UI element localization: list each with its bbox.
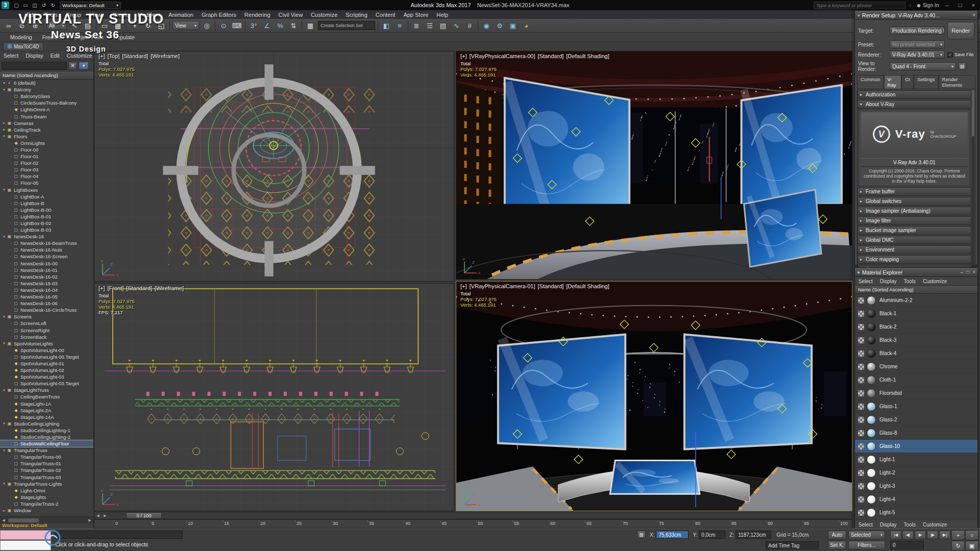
material-row[interactable]: Floorsdsd <box>855 387 977 400</box>
camera00-canvas[interactable] <box>456 52 852 279</box>
tree-item[interactable]: ▾▣StudioCeilingLighting <box>0 420 93 427</box>
selection-set-dropdown[interactable]: Selected▾ <box>848 531 885 539</box>
save-file-icon[interactable]: ◫ <box>30 1 39 9</box>
close-icon[interactable]: × <box>972 12 975 18</box>
orbit-icon[interactable]: ↻ <box>951 541 965 551</box>
minimize-icon[interactable]: – <box>940 0 953 10</box>
tree-item[interactable]: ·▢Floor-01 <box>0 153 93 160</box>
tree-item[interactable]: ·▢Floor-00 <box>0 146 93 153</box>
material-bottom-menu-customize[interactable]: Customize <box>919 520 950 529</box>
go-to-end-icon[interactable]: ▶| <box>939 531 950 539</box>
render-tab-settings[interactable]: Settings <box>914 75 938 89</box>
tree-item[interactable]: ▾▣Balcony <box>0 86 93 93</box>
preset-dropdown[interactable]: No preset selected▾ <box>890 40 945 48</box>
viewport-shading-menu[interactable]: [Wireframe] <box>155 285 184 291</box>
ribbon-tab-freeform[interactable]: Freeform <box>37 33 69 41</box>
search-icon[interactable]: ◌ <box>905 1 915 9</box>
restore-icon[interactable]: □ <box>966 269 969 275</box>
tree-item[interactable]: ·▢TriangularTruss-2 <box>0 500 93 507</box>
unlink-selection-icon[interactable]: ⊘ <box>16 20 28 32</box>
tree-item[interactable]: ·▢CeilingBeamTruss <box>0 393 93 400</box>
maximize-viewport-icon[interactable]: ▣ <box>965 541 978 551</box>
menu-content[interactable]: Content <box>372 10 400 19</box>
material-row[interactable]: Black-4 <box>855 347 977 360</box>
tree-item[interactable]: ·▢NewsDesk-16-04 <box>0 287 93 293</box>
auto-key-button[interactable]: Auto <box>828 531 846 539</box>
rollout-image-filter[interactable]: ▸Image filter <box>857 216 971 225</box>
explorer-menu-customize[interactable]: Customize <box>63 51 96 60</box>
tree-item[interactable]: ▾▣TriangularTruss <box>0 447 93 454</box>
tree-item[interactable]: ·◆StageLight-2A <box>0 407 93 414</box>
workspace-dropdown[interactable]: Workspace: Default ▾ <box>60 2 121 9</box>
tree-item[interactable]: ·▢ScreensRight <box>0 327 93 333</box>
zoom-icon[interactable]: ○ <box>965 530 978 540</box>
collapse-arrow-icon[interactable]: ▾ <box>2 388 7 392</box>
select-and-link-icon[interactable]: ∞ <box>3 20 15 32</box>
time-slider[interactable]: ◀ ▶ 0 / 100 <box>94 512 852 519</box>
ribbon-tab-object-paint[interactable]: Object Paint <box>69 33 108 41</box>
named-selection-set-field[interactable]: Create Selection Set <box>318 21 375 30</box>
material-row[interactable]: Light-4 <box>855 493 977 506</box>
material-row[interactable]: Aluminium-2-2 <box>855 294 977 307</box>
render-production-icon[interactable]: ◕ <box>520 20 532 32</box>
scroll-right-icon[interactable]: ▶ <box>86 517 93 523</box>
tree-item[interactable]: ·◆StageLights <box>0 494 93 500</box>
tree-item[interactable]: ▾▣StageLightTruss <box>0 387 93 393</box>
collapse-arrow-icon[interactable]: ▾ <box>2 315 7 319</box>
menu-create[interactable]: Create <box>108 10 133 19</box>
rollout-bucket-image-sampler[interactable]: ▸Bucket image sampler <box>857 226 971 235</box>
render-tab-gi[interactable]: GI <box>901 75 914 89</box>
tree-item[interactable]: ·▢SpotVolumeLight-00.Target <box>0 354 93 360</box>
search-input[interactable] <box>814 2 905 9</box>
use-pivot-center-icon[interactable]: ◎ <box>201 20 213 32</box>
graphite-ribbon-icon[interactable]: ▤ <box>437 20 449 32</box>
tree-item[interactable]: ·▢Floor-05 <box>0 180 93 186</box>
mirror-icon[interactable]: ◧ <box>380 20 393 32</box>
render-setup-titlebar[interactable]: ◕ Render Setup: V-Ray Adv 3.40... × <box>855 11 977 20</box>
explorer-menu-display[interactable]: Display <box>22 51 46 60</box>
tree-item[interactable]: ·▢NewsDesk-16-CircleTruss <box>0 307 93 313</box>
viewport-menu-button[interactable]: [+] <box>460 53 467 59</box>
render-tab-common[interactable]: Common <box>857 75 884 89</box>
collapse-arrow-icon[interactable]: ▾ <box>2 448 7 453</box>
maxscript-mini-listener-pink[interactable] <box>0 530 51 540</box>
front-viewport-canvas[interactable] <box>94 284 454 511</box>
previous-key-icon[interactable]: ◀ <box>94 513 102 519</box>
viewport-style-menu[interactable]: [Standard] <box>538 283 564 289</box>
material-row[interactable]: Light-2 <box>855 466 977 480</box>
new-file-icon[interactable]: ▢ <box>12 1 21 9</box>
menu-modifiers[interactable]: Modifiers <box>133 10 164 19</box>
select-and-rotate-icon[interactable]: ↻ <box>142 20 154 32</box>
tree-item[interactable]: ·▢CircleSuareTruss-Balcony <box>0 99 93 106</box>
tree-item[interactable]: ▾▣TriangularTruss-Lights <box>0 481 93 487</box>
reference-coordinate-dropdown[interactable]: View▾ <box>173 21 199 30</box>
tree-item[interactable]: ·▢StudioWallCeilingFloor <box>0 440 93 447</box>
material-column-header[interactable]: Name (Sorted Ascending) <box>855 286 977 294</box>
viewport-style-menu[interactable]: [Standard] <box>538 53 564 59</box>
tree-item[interactable]: ▾▣NewsDesk-16 <box>0 233 93 240</box>
tree-item[interactable]: ·▢NewsDesk-16-Nuts <box>0 246 93 253</box>
material-row[interactable]: Light-5 <box>855 506 977 519</box>
viewport-camera-00[interactable]: [+][VRayPhysicalCamera-00][Standard][Def… <box>456 51 852 280</box>
viewport-shading-menu[interactable]: [Default Shading] <box>566 53 609 59</box>
material-menu-tools[interactable]: Tools <box>900 277 919 285</box>
next-frame-icon[interactable]: |▶ <box>927 531 938 539</box>
menu-app-store[interactable]: App Store <box>399 10 432 19</box>
tree-item[interactable]: ▾▣LightBoxes <box>0 187 93 193</box>
tree-item[interactable]: ·▢LightBox-B <box>0 200 93 207</box>
viewport-menu-button[interactable]: [+] <box>460 283 467 289</box>
y-coordinate-field[interactable]: 0,0cm <box>699 531 725 539</box>
tree-item[interactable]: ·▢Floor-04 <box>0 173 93 180</box>
schematic-view-icon[interactable]: # <box>463 20 476 32</box>
menu-graph-editors[interactable]: Graph Editors <box>198 10 240 19</box>
menu-tools[interactable]: Tools <box>40 10 62 19</box>
rollout-frame-buffer[interactable]: ▸Frame buffer <box>857 187 971 196</box>
z-coordinate-field[interactable]: 1187,123cm <box>736 531 771 539</box>
select-object-icon[interactable]: ↖ <box>68 20 81 32</box>
tree-item[interactable]: ·▢NewsDesk-16-02 <box>0 273 93 280</box>
material-row[interactable]: Cloth-1 <box>855 373 977 387</box>
tree-item[interactable]: ·▢LightBox-A <box>0 193 93 200</box>
layer-manager-icon[interactable]: ☰ <box>424 20 436 32</box>
menu-civil-view[interactable]: Civil View <box>275 10 307 19</box>
select-by-name-icon[interactable]: ▤ <box>82 20 94 32</box>
